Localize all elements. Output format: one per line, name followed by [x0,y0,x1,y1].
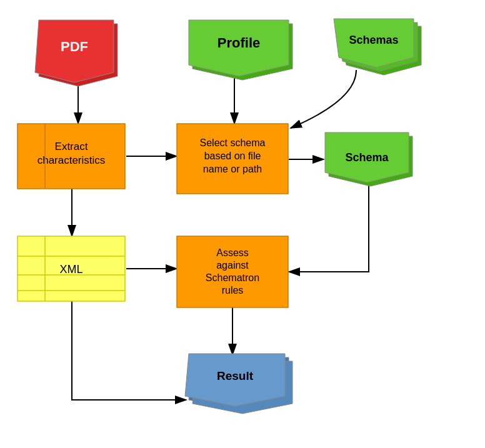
svg-text:against: against [216,260,249,271]
arrow-xml-result [72,301,186,400]
svg-text:name or path: name or path [203,164,262,174]
schema-label: Schema [345,151,389,164]
profile-label: Profile [218,35,260,51]
pdf-node: PDF [35,20,118,86]
schemas-label: Schemas [349,34,398,46]
svg-text:Assess: Assess [216,247,249,258]
arrow-schema-assess [289,186,369,272]
profile-node: Profile [189,20,292,80]
xml-label: XML [59,263,82,276]
schemas-node: Schemas [334,19,421,75]
extract-label-line2: characteristics [38,154,106,166]
pdf-label: PDF [61,39,88,54]
select-node: Select schema based on file name or path [177,124,288,194]
svg-text:Select schema: Select schema [200,137,266,148]
assess-node: Assess against Schematron rules [177,236,288,307]
flowchart-diagram: PDF Extract characteristics XML Profile … [0,0,485,448]
svg-text:Schematron: Schematron [206,272,259,283]
xml-node: XML [18,236,125,301]
schema-node: Schema [325,132,412,186]
extract-label-line1: Extract [55,141,88,152]
arrow-schemas-select [291,70,356,128]
svg-text:based on file: based on file [204,151,261,161]
extract-node: Extract characteristics [18,124,125,189]
result-label: Result [217,369,254,382]
result-node: Result [185,354,292,414]
svg-text:rules: rules [222,285,244,296]
